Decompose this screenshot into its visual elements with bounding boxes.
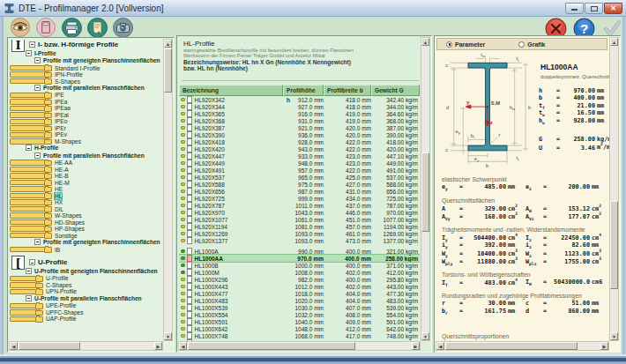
tree-item-i-bzw-h-f-rmige-profile[interactable]: II- bzw. H-förmige Profile [10,40,162,49]
profile-row-hl920x1077[interactable]: HL920X10771061.0 mm451.0 mm1077.00 kg/m [179,216,420,223]
profile-row-hl920x787[interactable]: HL920X7871011.0 mm437.0 mm787.00 kg/m [179,202,420,209]
help-button[interactable]: ? [573,18,592,37]
tree-item-ipeal[interactable]: IPEal [10,112,45,118]
profile-row-hl920x588[interactable]: HL920X588975.0 mm427.0 mm588.00 kg/m [179,181,420,188]
expander-minus-icon[interactable] [29,41,35,48]
minimize-button[interactable] [565,3,584,14]
tree-horizontal-scrollbar[interactable]: ◀ ▶ [9,341,163,351]
tree-item-hx[interactable]: HX [10,199,45,205]
expander-minus-icon[interactable] [34,57,41,63]
tree-item-he-m[interactable]: HE-M [10,180,45,186]
profile-row-hl920x447[interactable]: HL920X447933.0 mm423.0 mm447.10 kg/m [179,152,420,160]
tree-item-he-b[interactable]: HE-B [10,173,45,179]
tree-item-standard-i-profile[interactable]: Standard I-Profile [10,65,45,71]
snapshot-button[interactable] [113,18,132,37]
column-header-profilhoehe[interactable]: Profilhöhe h [283,85,324,96]
tree-item-ipea[interactable]: IPEa [10,99,45,105]
profile-row-hl1000x483[interactable]: HL1000X4831020.0 mm404.0 mm483.00 kg/m [179,297,420,304]
scroll-thumb[interactable] [445,342,578,350]
tree-item-ipe[interactable]: IPE [10,93,45,99]
expander-minus-icon[interactable] [34,239,41,245]
tree-item-u-profile-mit-geneigten-flanschinnenfl-chen[interactable]: U-Profile mit geneigten Flanschinnenfläc… [10,267,162,274]
profile-row-hl1000x591[interactable]: HL1000X5911040.0 mm409.0 mm591.00 kg/m [179,318,420,325]
scroll-up-icon[interactable]: ▲ [610,38,618,46]
tree-item-profile-mit-geneigten-flanschinnenfl-chen[interactable]: Profile mit geneigten Flanschinnenfläche… [10,238,162,245]
tree-item-w-shapes[interactable]: W-Shapes [10,212,45,219]
tree-item-he[interactable]: HE [10,186,45,192]
expander-minus-icon[interactable] [26,145,32,151]
tree-item-ipn-profile[interactable]: IPN-Profile [10,71,45,78]
close-button[interactable]: ✕ [604,3,622,14]
tree-item-iper[interactable]: IPEr [10,125,45,131]
maximize-button[interactable] [585,3,603,14]
profile-row-hl920x344[interactable]: HL920X344927.0 mm418.0 mm344.00 kg/m [179,103,420,110]
scroll-thumb[interactable] [421,152,429,232]
tree-item-uap-profile[interactable]: UAP-Profile [10,316,36,323]
profile-row-hl920x656[interactable]: HL920X656987.0 mm431.0 mm656.00 kg/m [179,188,420,195]
tree-item-upe-profile[interactable]: UPE-Profile [10,303,36,309]
radio-grafik[interactable]: Grafik [518,41,545,48]
tree-item-ipev[interactable]: IPEv [10,132,45,138]
tree-item-i-profile[interactable]: I-Profile [10,49,162,56]
scroll-down-icon[interactable]: ▼ [164,332,172,340]
expander-minus-icon[interactable] [26,268,32,274]
tree-item-ipeo[interactable]: IPEo [10,119,45,125]
profile-row-hl1000x748[interactable]: HL1000X7481068.0 mm417.0 mm748.00 kg/m [179,332,420,339]
profile-row-hl920x365[interactable]: HL920X365916.0 mm419.0 mm364.60 kg/m [179,110,420,117]
scroll-left-icon[interactable]: ◀ [179,342,187,350]
profile-row-hl920x387[interactable]: HL920X387921.0 mm420.0 mm387.00 kg/m [179,124,420,131]
profile-row-hl1000b[interactable]: HL1000B1000.0 mm400.0 mm371.00 kg/m [179,262,420,269]
tree-item-upfc-shapes[interactable]: UPFC-Shapes [10,309,36,316]
profile-row-hl920x1194[interactable]: HL920X11941081.0 mm457.0 mm1194.00 kg/m [179,223,420,230]
profile-row-hl920x449[interactable]: HL920X449948.0 mm423.0 mm449.00 kg/m [179,160,420,167]
tree-item-hp-shapes[interactable]: HP-Shapes [10,226,45,232]
profile-row-hl920x725[interactable]: HL920X725999.0 mm434.0 mm725.00 kg/m [179,195,420,202]
tree-item-he-a[interactable]: HE-A [10,167,45,173]
expander-minus-icon[interactable] [26,295,32,301]
tree-item-u-profile-mit-parallelen-flanschfl-chen[interactable]: U-Profile mit parallelen Flanschflächen [10,294,162,301]
column-header-bezeichnung[interactable]: Bezeichnung [179,85,283,96]
expander-minus-icon[interactable] [34,85,41,91]
scroll-thumb[interactable] [19,342,80,350]
scroll-thumb[interactable] [610,201,618,289]
profile-row-hl1000x443[interactable]: HL1000X4431012.0 mm402.0 mm443.00 kg/m [179,283,420,290]
scroll-left-icon[interactable]: ◀ [10,342,18,350]
profile-row-hl1000x296[interactable]: HL1000X296982.0 mm400.0 mm295.80 kg/m [179,276,420,283]
tree-item-hd-shapes[interactable]: HD-Shapes [10,219,45,226]
tree-item-u-profile[interactable]: [U-Profile [10,257,162,267]
tree-vertical-scrollbar[interactable]: ▲ ▼ [163,39,173,341]
tree-item-he-aa[interactable]: HE-AA [10,160,45,166]
profile-row-hl920x368[interactable]: HL920X368931.0 mm419.0 mm368.00 kg/m [179,117,420,124]
scroll-thumb[interactable] [188,342,355,350]
profile-row-hl920x390[interactable]: HL920X390936.0 mm420.0 mm390.00 kg/m [179,131,420,138]
profile-row-hl920x537[interactable]: HL920X537965.0 mm425.0 mm537.00 kg/m [179,174,420,181]
calculator-button[interactable] [36,18,56,37]
expander-minus-icon[interactable] [34,152,41,159]
expander-minus-icon[interactable] [29,259,35,265]
view-button[interactable] [11,18,30,37]
notes-button[interactable] [87,18,107,37]
profile-row-hl1000x477[interactable]: HL1000X4771018.0 mm404.0 mm477.30 kg/m [179,290,420,297]
column-header-profilbreite[interactable]: Profilbreite b [324,85,371,96]
scroll-up-icon[interactable]: ▲ [164,40,172,48]
print-button[interactable] [62,18,81,37]
profile-row-hl1000aa[interactable]: HL1000AA970.0 mm400.0 mm258.00 kg/m [179,255,420,262]
tree-item-c-shapes[interactable]: C-Shapes [10,282,36,288]
tree-item-profile-mit-parallelen-flanschfl-chen[interactable]: Profile mit parallelen Flanschflächen [10,152,162,159]
scroll-left-icon[interactable]: ◀ [436,342,444,350]
list-vertical-scrollbar[interactable]: ▲ ▼ [421,37,430,341]
profile-row-hl1000x554[interactable]: HL1000X5541032.0 mm408.0 mm554.00 kg/m [179,311,420,318]
scroll-up-icon[interactable]: ▲ [421,38,429,46]
tree-item-u-profile[interactable]: U-Profile [10,276,36,282]
tree-item-ib[interactable]: IB [10,247,45,253]
profile-row-hl920x1377[interactable]: HL920X13771093.0 mm473.0 mm1377.00 kg/m [179,237,420,244]
scroll-down-icon[interactable]: ▼ [421,332,429,340]
tree-item-profile-mit-geneigten-flanschinnenfl-chen[interactable]: Profile mit geneigten Flanschinnenfläche… [10,56,162,63]
scroll-right-icon[interactable]: ▶ [600,342,608,350]
profile-row-hl920x420[interactable]: HL920X420943.0 mm422.0 mm420.00 kg/m [179,145,420,152]
radio-parameter[interactable]: Parameter [446,41,485,48]
scroll-down-icon[interactable]: ▼ [610,332,618,340]
profile-row-hl920x342[interactable]: HL920X342912.0 mm418.0 mm342.40 kg/m [179,96,420,103]
tree-item-profile-mit-parallelen-flanschfl-chen[interactable]: Profile mit parallelen Flanschflächen [10,84,162,91]
list-horizontal-scrollbar[interactable]: ◀ ▶ [178,341,421,351]
